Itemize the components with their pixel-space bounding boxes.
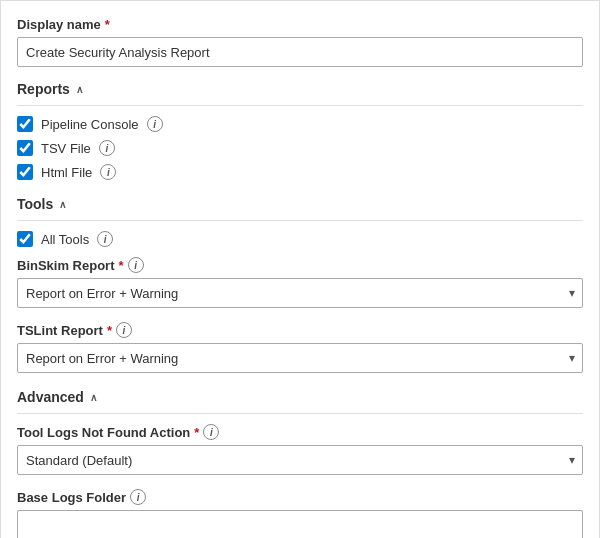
tslint-group: TSLint Report * i Report on Error + Warn… xyxy=(17,322,583,373)
display-name-group: Display name * xyxy=(17,17,583,67)
html-file-info-icon[interactable]: i xyxy=(100,164,116,180)
binskim-group: BinSkim Report * i Report on Error + War… xyxy=(17,257,583,308)
tsv-file-info-icon[interactable]: i xyxy=(99,140,115,156)
tsv-file-checkbox[interactable] xyxy=(17,140,33,156)
all-tools-checkbox[interactable] xyxy=(17,231,33,247)
advanced-label: Advanced xyxy=(17,389,84,405)
form-container: Display name * Reports ∧ Pipeline Consol… xyxy=(0,0,600,538)
binskim-dropdown-wrapper: Report on Error + Warning Report on Erro… xyxy=(17,278,583,308)
reports-label: Reports xyxy=(17,81,70,97)
tools-section-header: Tools ∧ xyxy=(17,196,583,221)
tslint-dropdown[interactable]: Report on Error + Warning Report on Erro… xyxy=(17,343,583,373)
all-tools-info-icon[interactable]: i xyxy=(97,231,113,247)
base-logs-label: Base Logs Folder i xyxy=(17,489,583,505)
reports-section-header: Reports ∧ xyxy=(17,81,583,106)
tool-logs-info-icon[interactable]: i xyxy=(203,424,219,440)
tslint-info-icon[interactable]: i xyxy=(116,322,132,338)
pipeline-console-row: Pipeline Console i xyxy=(17,116,583,132)
tools-label: Tools xyxy=(17,196,53,212)
html-file-checkbox[interactable] xyxy=(17,164,33,180)
tsv-file-label: TSV File xyxy=(41,141,91,156)
advanced-chevron[interactable]: ∧ xyxy=(90,392,97,403)
pipeline-console-label: Pipeline Console xyxy=(41,117,139,132)
tools-section: Tools ∧ All Tools i BinSkim Report * i R… xyxy=(17,196,583,373)
tsv-file-row: TSV File i xyxy=(17,140,583,156)
tslint-label: TSLint Report * i xyxy=(17,322,583,338)
advanced-section: Advanced ∧ Tool Logs Not Found Action * … xyxy=(17,389,583,538)
all-tools-label: All Tools xyxy=(41,232,89,247)
advanced-section-header: Advanced ∧ xyxy=(17,389,583,414)
base-logs-group: Base Logs Folder i xyxy=(17,489,583,538)
display-name-input[interactable] xyxy=(17,37,583,67)
binskim-label: BinSkim Report * i xyxy=(17,257,583,273)
tool-logs-dropdown-wrapper: Standard (Default) Error Warning Ignore … xyxy=(17,445,583,475)
display-name-label: Display name * xyxy=(17,17,583,32)
required-star: * xyxy=(105,17,110,32)
tool-logs-dropdown[interactable]: Standard (Default) Error Warning Ignore xyxy=(17,445,583,475)
binskim-dropdown[interactable]: Report on Error + Warning Report on Erro… xyxy=(17,278,583,308)
reports-chevron[interactable]: ∧ xyxy=(76,84,83,95)
binskim-required-star: * xyxy=(119,258,124,273)
tslint-dropdown-wrapper: Report on Error + Warning Report on Erro… xyxy=(17,343,583,373)
html-file-row: Html File i xyxy=(17,164,583,180)
tool-logs-group: Tool Logs Not Found Action * i Standard … xyxy=(17,424,583,475)
pipeline-console-checkbox[interactable] xyxy=(17,116,33,132)
tslint-required-star: * xyxy=(107,323,112,338)
tool-logs-label: Tool Logs Not Found Action * i xyxy=(17,424,583,440)
all-tools-row: All Tools i xyxy=(17,231,583,247)
base-logs-input[interactable] xyxy=(17,510,583,538)
tool-logs-required-star: * xyxy=(194,425,199,440)
html-file-label: Html File xyxy=(41,165,92,180)
pipeline-console-info-icon[interactable]: i xyxy=(147,116,163,132)
tools-chevron[interactable]: ∧ xyxy=(59,199,66,210)
reports-section: Reports ∧ Pipeline Console i TSV File i … xyxy=(17,81,583,180)
binskim-info-icon[interactable]: i xyxy=(128,257,144,273)
base-logs-info-icon[interactable]: i xyxy=(130,489,146,505)
